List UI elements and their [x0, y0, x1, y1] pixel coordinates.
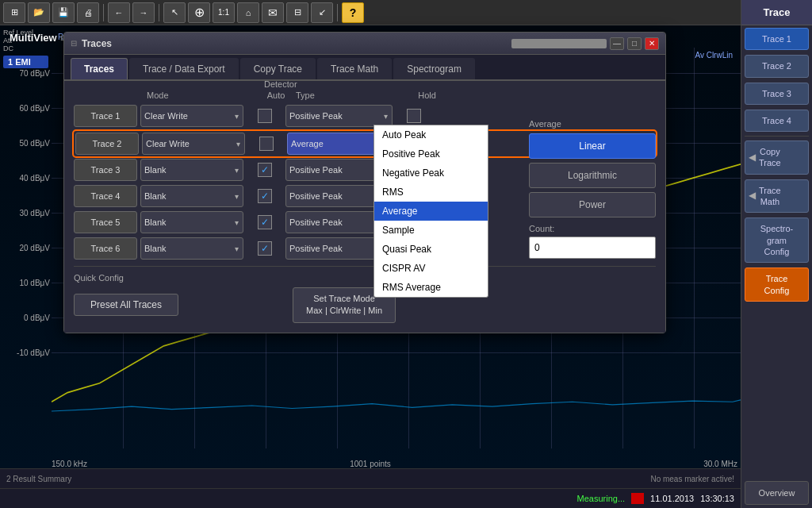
y-label-7: 10 dBμV [0, 279, 50, 287]
dropdown-auto-peak[interactable]: Auto Peak [374, 125, 488, 144]
x-middle-label: 1001 points [350, 460, 391, 468]
logarithmic-avg-button[interactable]: Logarithmic [529, 163, 656, 188]
open-button[interactable]: 📂 [28, 2, 50, 23]
cursor-button[interactable]: ↖ [163, 2, 186, 23]
dropdown-positive-peak[interactable]: Positive Peak [374, 144, 488, 164]
tab-spectrogram[interactable]: Spectrogram [393, 58, 475, 79]
dropdown-quasi-peak[interactable]: Quasi Peak [374, 240, 488, 259]
trace3-auto-checkbox[interactable] [258, 163, 272, 177]
dialog-controls: — □ ✕ [511, 37, 659, 50]
dropdown-cispr-av[interactable]: CISPR AV [374, 259, 488, 278]
home-button[interactable]: ⌂ [237, 2, 259, 23]
trace5-mode-select[interactable]: Clear Write Max Hold Min Hold Average Vi… [140, 211, 243, 233]
trace5-auto-checkbox[interactable] [258, 215, 272, 229]
trace1-type-select[interactable]: Positive Peak Auto Peak Negative Peak RM… [285, 105, 393, 127]
measure-button[interactable]: ⊟ [286, 2, 308, 23]
result-summary-label: 2 Result Summary [6, 475, 71, 483]
back-button[interactable]: ← [108, 2, 130, 23]
trace6-auto-cell [247, 241, 282, 256]
y-label-2: 60 dBμV [0, 104, 50, 113]
trace1-hold-cell [396, 109, 431, 123]
dialog-close-button[interactable]: ✕ [645, 37, 659, 50]
dialog-content: Mode Detector Auto Type Hold Average Lin… [64, 81, 665, 333]
dialog-minimize-button[interactable]: — [610, 37, 624, 50]
trace2-auto-checkbox[interactable] [259, 137, 274, 151]
scale-button[interactable]: 1:1 [213, 2, 235, 23]
trace5-name-button[interactable]: Trace 5 [74, 211, 137, 233]
overview-button[interactable]: Overview [745, 481, 809, 505]
trace-config-button[interactable]: TraceConfig [745, 267, 809, 302]
trace1-auto-checkbox[interactable] [258, 109, 272, 123]
trace4-button[interactable]: Trace 4 [745, 110, 809, 132]
linear-avg-button[interactable]: Linear [529, 133, 656, 159]
app-menu-button[interactable]: ⊞ [3, 2, 25, 23]
time-label: 13:30:13 [700, 494, 734, 503]
trace6-auto-checkbox[interactable] [258, 241, 272, 256]
trace3-mode-wrapper: Clear Write Max Hold Min Hold Average Vi… [140, 159, 243, 181]
forward-button[interactable]: → [132, 2, 155, 23]
trace1-mode-wrapper: Clear Write Max Hold Min Hold Average Vi… [140, 105, 243, 127]
tab-trace-data-export[interactable]: Trace / Data Export [129, 58, 239, 79]
y-label-4: 40 dBμV [0, 174, 50, 183]
preset-all-traces-button[interactable]: Preset All Traces [74, 294, 178, 316]
trace2-name-button[interactable]: Trace 2 [75, 133, 139, 155]
dropdown-average[interactable]: Average [374, 202, 488, 221]
right-panel-spacer [741, 304, 812, 478]
trace6-mode-select[interactable]: Clear Write Max Hold Min Hold Average Vi… [140, 237, 243, 260]
y-label-5: 30 dBμV [0, 209, 50, 217]
trace3-mode-select[interactable]: Clear Write Max Hold Min Hold Average Vi… [140, 159, 243, 181]
x-end-label: 30.0 MHz [703, 460, 737, 468]
trace5-mode-wrapper: Clear Write Max Hold Min Hold Average Vi… [140, 211, 243, 233]
save-button[interactable]: 💾 [52, 2, 75, 23]
right-panel-divider1 [745, 136, 809, 137]
trace4-mode-select[interactable]: Clear Write Max Hold Min Hold Average Vi… [140, 185, 243, 207]
trace3-name-button[interactable]: Trace 3 [74, 159, 137, 181]
top-toolbar: ⊞ 📂 💾 🖨 ← → ↖ ⊕ 1:1 ⌂ ✉ ⊟ ↙ ? 📷 [0, 0, 812, 25]
trace-math-button[interactable]: ◀ TraceMath [745, 179, 809, 214]
trace2-auto-cell [248, 137, 284, 151]
dialog-maximize-button[interactable]: □ [627, 37, 642, 50]
status-red-indicator [631, 493, 644, 504]
measuring-label: Measuring... [577, 494, 626, 503]
trace1-button[interactable]: Trace 1 [745, 28, 809, 50]
power-avg-button[interactable]: Power [529, 192, 656, 217]
col-mode-header: Mode [147, 90, 256, 100]
dialog-titlebar: ⊟ Traces — □ ✕ [64, 33, 665, 55]
tab-copy-trace[interactable]: Copy Trace [240, 58, 316, 79]
dropdown-rms[interactable]: RMS [374, 183, 488, 202]
tab-trace-math[interactable]: Trace Math [317, 58, 392, 79]
zoom-button[interactable]: ⊕ [188, 2, 210, 23]
status-bottom-bar: Measuring... 11.01.2013 13:30:13 [0, 488, 741, 508]
dc-label: DC [3, 44, 48, 52]
count-input[interactable] [529, 237, 656, 259]
spectrogram-config-button[interactable]: Spectro-gramConfig [745, 217, 809, 263]
col-hold-header: Hold [405, 90, 449, 100]
trace1-mode-select[interactable]: Clear Write Max Hold Min Hold Average Vi… [140, 105, 243, 127]
print-button[interactable]: 🖨 [77, 2, 99, 23]
trace1-hold-checkbox[interactable] [407, 109, 421, 123]
trace2-mode-wrapper: Clear Write Max Hold Min Hold Average Vi… [142, 133, 245, 155]
dropdown-sample[interactable]: Sample [374, 221, 488, 240]
trace6-name-button[interactable]: Trace 6 [74, 237, 137, 260]
copy-trace-button[interactable]: ◀ CopyTrace [745, 140, 809, 175]
tab-traces[interactable]: Traces [71, 58, 128, 79]
trace4-name-button[interactable]: Trace 4 [74, 185, 137, 207]
trace2-button[interactable]: Trace 2 [745, 55, 809, 77]
dropdown-negative-peak[interactable]: Negative Peak [374, 164, 488, 183]
help-button[interactable]: ? [342, 2, 364, 23]
trace2-mode-select[interactable]: Clear Write Max Hold Min Hold Average Vi… [142, 133, 245, 155]
cursor2-button[interactable]: ↙ [311, 2, 333, 23]
trace4-auto-checkbox[interactable] [258, 189, 272, 203]
trace5-auto-cell [247, 215, 282, 229]
marker-button[interactable]: ✉ [262, 2, 284, 23]
dialog-tabs: Traces Trace / Data Export Copy Trace Tr… [64, 55, 665, 81]
quick-config-section: Quick Config Preset All Traces Set Trace… [74, 266, 656, 323]
trace3-button[interactable]: Trace 3 [745, 83, 809, 105]
trace1-name-button[interactable]: Trace 1 [74, 105, 137, 127]
average-section-label: Average [529, 119, 656, 129]
dialog-scrollbar[interactable] [511, 39, 607, 48]
dropdown-rms-average[interactable]: RMS Average [374, 278, 488, 297]
y-label-9: -10 dBμV [0, 348, 50, 357]
emi-badge: 1 EMI [3, 56, 48, 68]
quick-config-label: Quick Config [74, 273, 656, 283]
